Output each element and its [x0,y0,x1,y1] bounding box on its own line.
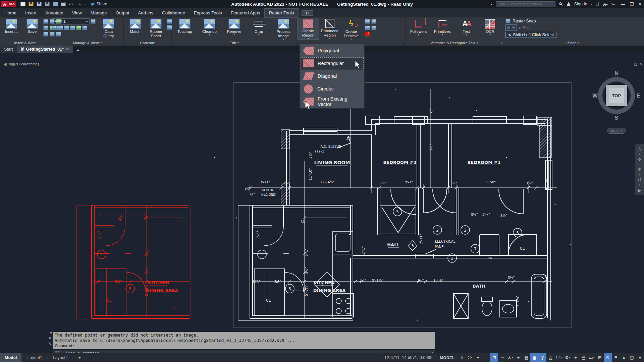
status-annotation-monitor[interactable]: ▤ [580,353,588,362]
insert--button[interactable]: Insert... [1,18,22,34]
status-ortho-mode[interactable]: ∟ [482,353,490,362]
panel-footer-vectorize[interactable]: Vectorize & Recognize Text▾ [406,40,503,46]
minimize-button[interactable]: — [621,2,625,7]
menu-tab-express-tools[interactable]: Express Tools [190,9,226,17]
status-dynamic-input[interactable]: + [474,353,482,362]
wcs-menu[interactable]: WCS▾ [607,128,626,134]
touchup-button[interactable]: Touchup [174,18,195,34]
help-expand-icon[interactable]: ▸ [491,3,492,6]
restore-button[interactable]: ❐ [630,2,634,7]
region-small-buttons[interactable] [365,19,377,37]
help-icon[interactable]: ?▾ [611,2,614,7]
ocr-button[interactable]: OCR▾ [480,18,500,36]
menu-tab-insert[interactable]: Insert [21,9,41,17]
remove-button[interactable]: Remove▾ [224,18,245,36]
close-button[interactable]: ✕ [638,2,642,7]
status-isolate-objects[interactable]: ⊘ [604,353,612,362]
match-button[interactable]: Match [125,18,146,38]
orbit-icon[interactable]: ↺ [638,177,642,182]
view-cube[interactable]: N W E S TOP WCS▾ [593,70,640,137]
status-graphics-performance[interactable]: ⚑ [612,353,620,362]
status-annotation-visibility[interactable]: ◎ [538,353,546,362]
followers-button[interactable]: Followers▾ [408,18,429,36]
crop-button[interactable]: Crop▾ [249,18,269,36]
panel-footer-insert-write[interactable]: Insert & Write [0,40,51,46]
shift-left-click-select-button[interactable]: ⬉ Shift+Left Click Select [505,32,556,38]
menu-item-diagonal[interactable]: Diagonal [300,70,364,82]
open-file-icon[interactable] [29,2,34,6]
status-display-lock[interactable]: ▭▾ [588,353,596,362]
status-image-frame[interactable]: ▲ [620,353,628,362]
plot-icon[interactable] [61,2,66,6]
data-query-button[interactable]: Data Query [98,18,119,38]
status-annotation-scale[interactable]: 1:1▾ [554,353,564,362]
navigation-bar[interactable]: ◎▾ ❖ ⊕▾ ↺▾ ▶ [635,144,644,195]
close-tab-icon[interactable]: ✕ [66,47,69,52]
status-autoscale[interactable]: △ [546,353,554,362]
menu-tab-home[interactable]: Home [0,9,21,17]
viewcube-south[interactable]: S [614,115,618,121]
viewcube-top-face[interactable]: TOP [606,85,627,106]
command-customize-icon[interactable]: 🔧︎ [49,342,52,346]
status-transparency[interactable]: ▦ [522,353,530,362]
panel-launcher-icon[interactable] [565,42,567,44]
status-selection-cycling[interactable]: ▣ [530,353,538,362]
text-button[interactable]: AText▾ [456,18,477,36]
share-button[interactable]: Share [91,2,107,6]
primitives-button[interactable]: Primitives▾ [432,18,453,36]
layout-tab--[interactable]: + [74,353,86,362]
status-quick-properties[interactable]: ⊞ [596,353,604,362]
create-primitive-button[interactable]: ϟCreate Primitive▾ [341,18,362,40]
menu-tab-collaborate[interactable]: Collaborate [158,9,190,17]
status-crosshair[interactable]: + [572,353,580,362]
menu-item-circular[interactable]: Circular [300,82,364,95]
drawing-window-buttons[interactable]: —□✕ [628,62,643,67]
model-space-button[interactable]: MODEL [436,356,458,360]
viewport-controls[interactable]: [-][Top][2D Wireframe] [3,62,39,66]
panel-footer-correlate[interactable]: Correlate [124,40,171,46]
status-customization[interactable]: ≡ [636,353,644,362]
panel-footer-snap[interactable]: Snap▾ [503,40,644,46]
search-input[interactable] [496,1,555,7]
menu-tab-manage[interactable]: Manage [86,9,111,17]
menu-tab-annotate[interactable]: Annotate [41,9,68,17]
app-store-icon[interactable]: 🛒︎ [595,2,600,7]
sign-in-button[interactable]: Sign In [574,2,587,6]
menu-tab-featured-apps[interactable]: Featured Apps [226,9,265,17]
viewcube-north[interactable]: N [614,70,619,77]
autodesk-app-icon[interactable]: A▾ [603,2,607,7]
status-snap-mode[interactable]: ∷▾ [466,353,474,362]
status-lineweight[interactable]: ≡ [514,353,522,362]
process-image-button[interactable]: Process Image▾ [273,18,294,40]
panel-launcher-icon[interactable] [47,42,49,44]
customize-qat-icon[interactable]: ▾ [85,3,86,6]
rubber-sheet-button[interactable]: Rubber Sheet [146,18,166,38]
command-close-icon[interactable]: ✕ [49,336,51,340]
search-icon[interactable]: 🔍︎ [559,2,563,7]
panel-footer-manage-view[interactable]: Manage & View▾ [51,40,123,46]
move-icon[interactable] [167,19,172,24]
command-grip-handle[interactable] [49,332,52,334]
sign-in-dropdown-icon[interactable]: ▾ [591,3,592,6]
viewcube-west[interactable]: W [592,93,598,99]
new-drawing-tab-button[interactable]: + [73,47,83,53]
tab-start[interactable]: Start [0,46,17,53]
status-object-snap-tracking[interactable]: ∡▾ [506,353,514,362]
layout-tab-layout1[interactable]: Layout1 [23,353,47,362]
viewcube-east[interactable]: E [637,93,640,99]
menu-item-rectangular[interactable]: Rectangular [300,57,364,70]
redo-icon[interactable]: ↷▾ [76,2,81,7]
undo-icon[interactable]: ↶▾ [69,2,73,7]
save-as-icon[interactable] [45,2,50,6]
save-button[interactable]: Save [22,18,43,34]
status-grid-display[interactable]: # [458,353,466,362]
panel-launcher-icon[interactable] [499,42,501,44]
enhanced-region-button[interactable]: Enhanced Region▾ [319,18,340,40]
menu-item-polygonal[interactable]: Polygonal [300,44,364,57]
navigation-wheel-icon[interactable]: ◎ [637,146,641,152]
zoom-extents-icon[interactable]: ⊕ [638,166,642,172]
status-polar-tracking[interactable]: ◔▾ [498,353,506,362]
save-to-mobile-icon[interactable] [53,2,58,6]
image-manager-icon[interactable] [91,19,96,24]
panel-footer-edit[interactable]: Edit▾ [172,40,297,46]
